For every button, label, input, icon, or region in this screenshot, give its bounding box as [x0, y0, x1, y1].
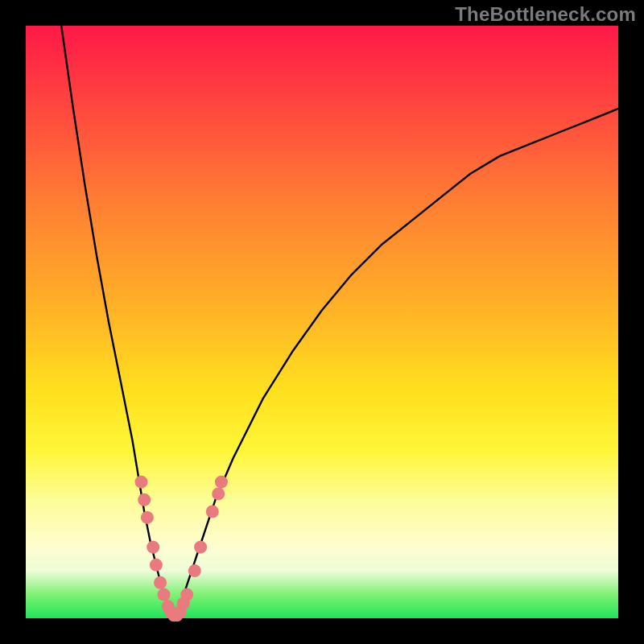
curve-left-branch: [61, 26, 174, 618]
curve-right-branch: [174, 109, 618, 618]
marker-dot: [180, 588, 193, 601]
marker-dot: [150, 559, 163, 572]
marker-dot: [212, 487, 225, 500]
chart-frame: TheBottleneck.com: [0, 0, 644, 644]
marker-dot: [188, 564, 201, 577]
curves-layer: [26, 26, 618, 618]
marker-dot: [206, 506, 219, 518]
watermark-text: TheBottleneck.com: [455, 3, 636, 26]
marker-dot: [158, 588, 171, 601]
marker-dot: [141, 511, 154, 524]
plot-area: [26, 26, 618, 618]
marker-dot: [138, 493, 151, 506]
marker-points: [135, 476, 228, 622]
marker-dot: [147, 541, 159, 554]
marker-dot: [154, 576, 167, 589]
bottleneck-curve: [61, 26, 618, 618]
marker-dot: [215, 476, 228, 489]
marker-dot: [135, 476, 148, 489]
marker-dot: [194, 541, 207, 554]
